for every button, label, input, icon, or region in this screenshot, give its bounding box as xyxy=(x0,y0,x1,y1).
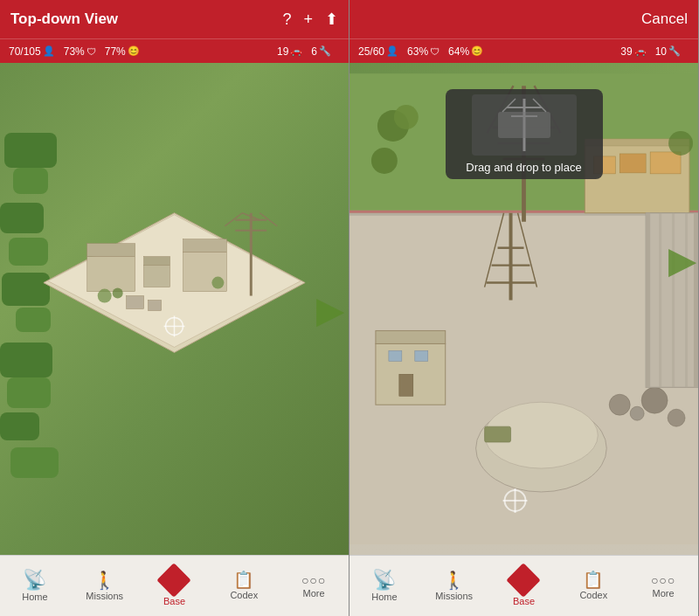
right-vehicles-stat: 39 🚗 xyxy=(620,45,646,58)
svg-point-20 xyxy=(113,288,123,299)
nav-home[interactable]: 📡 Home xyxy=(0,556,70,616)
base-diamond-icon xyxy=(157,563,192,598)
right-panel: Cancel 25/60 👤 63% 🛡 64% 😊 39 🚗 10 🔧 xyxy=(350,0,699,616)
right-soldiers-stat: 25/60 👤 xyxy=(358,45,398,58)
right-home-icon: 📡 xyxy=(372,571,396,590)
morale-stat: 73% 🛡 xyxy=(64,45,96,58)
right-soldiers-icon: 👤 xyxy=(386,45,398,57)
right-nav-more[interactable]: ○○○ More xyxy=(628,556,698,616)
nav-missions-label: Missions xyxy=(86,591,123,601)
right-nav-home[interactable]: 📡 Home xyxy=(350,556,419,616)
svg-point-21 xyxy=(211,277,224,289)
svg-point-67 xyxy=(394,105,419,129)
svg-line-26 xyxy=(533,99,546,112)
right-nav-codex-label: Codex xyxy=(579,590,607,600)
right-nav-home-label: Home xyxy=(371,592,397,602)
right-arrow-right[interactable]: ▶ xyxy=(668,239,696,281)
right-nav-base-label: Base xyxy=(513,596,535,606)
right-tools-icon: 🔧 xyxy=(668,45,681,57)
left-stats-bar: 70/105 👤 73% 🛡 77% 😊 19 🚗 6 🔧 xyxy=(0,38,349,63)
nav-codex-label: Codex xyxy=(230,590,258,600)
left-bottom-nav: 📡 Home 🚶 Missions Base 📋 Codex ○○○ More xyxy=(0,555,349,616)
right-map[interactable]: Drag and drop to place ▶ xyxy=(350,63,698,555)
svg-point-68 xyxy=(371,148,398,174)
nav-base-label: Base xyxy=(163,596,185,606)
health-stat: 77% 😊 xyxy=(105,45,140,58)
svg-rect-2 xyxy=(87,257,135,292)
svg-rect-44 xyxy=(389,350,402,361)
right-nav-missions-label: Missions xyxy=(435,591,473,601)
drag-preview xyxy=(472,94,577,156)
right-morale-stat: 63% 🛡 xyxy=(407,45,439,58)
right-stats-bar: 25/60 👤 63% 🛡 64% 😊 39 🚗 10 🔧 xyxy=(350,38,698,63)
right-base-icon-wrap xyxy=(509,566,537,594)
home-icon: 📡 xyxy=(23,571,46,590)
svg-rect-41 xyxy=(650,152,681,174)
soldiers-stat: 70/105 👤 xyxy=(9,45,55,58)
morale-icon: 🛡 xyxy=(87,46,96,57)
nav-home-label: Home xyxy=(22,592,47,602)
left-map[interactable]: ▶ xyxy=(0,63,349,555)
svg-rect-7 xyxy=(183,239,226,253)
page-title: Top-down View xyxy=(10,10,270,28)
add-button[interactable]: + xyxy=(303,10,313,29)
right-missions-icon: 🚶 xyxy=(443,571,465,589)
svg-rect-49 xyxy=(485,426,511,442)
nav-codex[interactable]: 📋 Codex xyxy=(209,556,279,616)
svg-rect-3 xyxy=(87,244,135,257)
right-codex-icon: 📋 xyxy=(583,571,604,588)
nav-more-label: More xyxy=(303,588,325,599)
left-header: Top-down View ? + ⬆ xyxy=(0,0,349,38)
isometric-base-svg xyxy=(0,63,349,555)
more-icon: ○○○ xyxy=(301,574,326,586)
help-button[interactable]: ? xyxy=(282,10,291,29)
arrow-right[interactable]: ▶ xyxy=(316,287,344,330)
drag-tooltip-text: Drag and drop to place xyxy=(466,161,581,174)
right-bottom-nav: 📡 Home 🚶 Missions Base 📋 Codex ○○○ More xyxy=(350,555,698,616)
svg-rect-40 xyxy=(619,154,646,173)
right-nav-more-label: More xyxy=(653,588,675,599)
right-morale-icon: 🛡 xyxy=(430,46,439,57)
svg-point-50 xyxy=(609,394,630,415)
nav-missions[interactable]: 🚶 Missions xyxy=(70,556,140,616)
svg-rect-5 xyxy=(144,257,170,266)
svg-point-51 xyxy=(630,406,644,420)
right-header: Cancel xyxy=(350,0,698,38)
svg-rect-43 xyxy=(376,330,446,343)
codex-icon: 📋 xyxy=(233,571,254,588)
svg-rect-63 xyxy=(659,213,661,388)
svg-point-69 xyxy=(668,131,693,156)
soldiers-icon: 👤 xyxy=(43,45,55,57)
svg-rect-45 xyxy=(415,350,428,361)
right-tools-stat: 10 🔧 xyxy=(655,45,681,58)
health-icon: 😊 xyxy=(128,45,140,57)
svg-point-53 xyxy=(668,409,685,426)
vehicles-stat: 19 🚗 xyxy=(277,45,302,58)
nav-more[interactable]: ○○○ More xyxy=(279,556,349,616)
right-health-icon: 😊 xyxy=(471,45,483,57)
right-nav-missions[interactable]: 🚶 Missions xyxy=(419,556,489,616)
right-base-diamond-icon xyxy=(507,563,542,598)
svg-rect-46 xyxy=(399,374,413,396)
right-vehicles-icon: 🚗 xyxy=(634,45,647,57)
share-button[interactable]: ⬆ xyxy=(325,10,338,29)
vehicles-icon: 🚗 xyxy=(290,45,302,57)
svg-line-25 xyxy=(502,99,516,112)
svg-rect-4 xyxy=(144,266,170,287)
right-nav-codex[interactable]: 📋 Codex xyxy=(558,556,628,616)
right-health-stat: 64% 😊 xyxy=(448,45,483,58)
missions-icon: 🚶 xyxy=(93,571,115,589)
drag-tooltip: Drag and drop to place xyxy=(446,89,603,179)
left-panel: Top-down View ? + ⬆ 70/105 👤 73% 🛡 77% 😊… xyxy=(0,0,350,616)
svg-rect-61 xyxy=(646,213,650,388)
tools-stat: 6 🔧 xyxy=(311,45,331,58)
cancel-button[interactable]: Cancel xyxy=(641,10,688,28)
base-icon-wrap xyxy=(160,566,188,594)
svg-rect-8 xyxy=(127,296,144,309)
right-nav-base[interactable]: Base xyxy=(489,556,559,616)
tools-icon: 🔧 xyxy=(319,45,331,57)
svg-rect-9 xyxy=(149,301,162,311)
svg-point-52 xyxy=(641,387,668,413)
svg-point-19 xyxy=(98,289,112,303)
nav-base[interactable]: Base xyxy=(140,556,210,616)
